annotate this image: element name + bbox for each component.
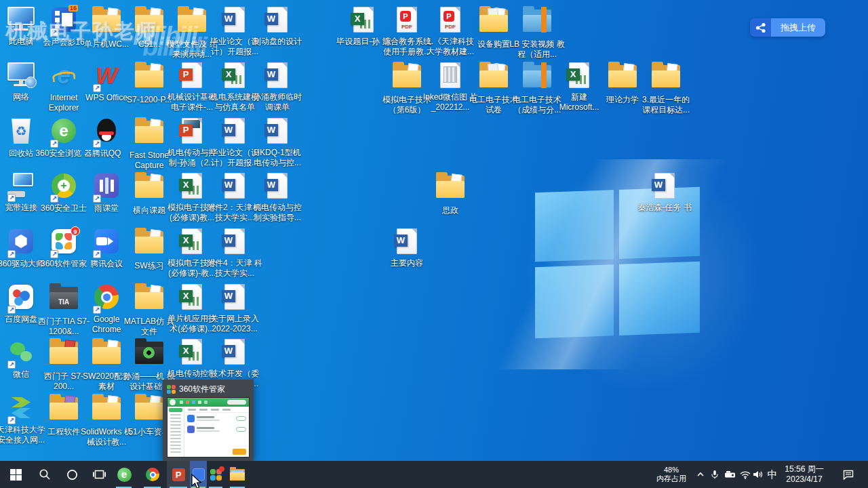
excel-icon: X xyxy=(176,284,208,312)
chrome-icon: ↗ xyxy=(91,285,122,313)
folder-icon xyxy=(91,9,122,38)
desktop-icon[interactable]: W关于网上录入 2022-2023... xyxy=(206,283,263,334)
ime-indicator[interactable]: 中 xyxy=(765,461,780,488)
clock[interactable]: 15:56 周一 2023/4/17 xyxy=(781,461,827,488)
drag-upload-button[interactable]: 拖拽上传 xyxy=(750,18,825,37)
taskbar-chrome[interactable] xyxy=(140,461,165,488)
memory-usage-widget[interactable]: 48% 内存占用 xyxy=(651,461,692,488)
ie-icon: e xyxy=(48,63,79,92)
excel-icon: X xyxy=(348,7,379,35)
clock-time: 15:56 周一 xyxy=(785,464,823,474)
desktop: 此电脑16↗会声会影16单片机WC...C51...模型文件及 结果演示动...… xyxy=(0,0,868,488)
action-center-button[interactable] xyxy=(838,461,859,488)
desktop-icon-label: 关于网上录入 2022-2023... xyxy=(206,314,263,334)
word-icon: W xyxy=(391,228,422,257)
task-view-button[interactable] xyxy=(85,461,113,488)
microphone-icon xyxy=(710,469,719,480)
easyconnect-icon: ↗ xyxy=(5,395,37,424)
purplefolder-icon xyxy=(48,397,79,426)
folder-icon xyxy=(91,342,122,370)
start-button[interactable] xyxy=(0,461,31,488)
windows-logo-tile xyxy=(535,264,614,338)
taskbar-360-software-manager[interactable] xyxy=(207,461,224,488)
desktop-icon[interactable]: W附件4：天津 科技大学实... xyxy=(206,227,263,279)
folder-icon xyxy=(134,176,165,204)
folder-icon xyxy=(134,231,165,260)
chevron-up-icon xyxy=(696,472,705,477)
pdf-icon: PPDF xyxy=(435,7,466,35)
docsfolder-icon xyxy=(478,9,509,38)
windows-logo-tile xyxy=(619,262,700,336)
folder-icon xyxy=(134,9,165,38)
docsfolder-icon xyxy=(478,65,509,94)
folder-icon xyxy=(134,397,165,426)
shortcut-arrow-icon: ↗ xyxy=(7,194,16,202)
shortcut-arrow-icon: ↗ xyxy=(93,306,101,314)
taskbar-hovered-app[interactable] xyxy=(190,461,207,488)
taskbar-360-browser[interactable]: e xyxy=(111,461,137,488)
tray-microphone[interactable] xyxy=(708,461,722,488)
powerpoint-icon: P xyxy=(172,468,185,481)
shortcut-arrow-icon: ↗ xyxy=(7,416,16,424)
tray-volume[interactable] xyxy=(750,461,766,488)
desktop-icon-label: 附件4：天津 科技大学实... xyxy=(206,258,263,279)
wifi-icon xyxy=(740,470,751,479)
excel-icon: X xyxy=(564,62,595,91)
word-icon: W xyxy=(262,62,293,91)
360-software-manager-icon xyxy=(210,469,222,481)
zipfolder-icon xyxy=(521,9,553,38)
desktop-icon[interactable]: W机电传动与控 制实验指导... xyxy=(249,171,306,223)
tray-overflow-chevron[interactable] xyxy=(693,461,708,488)
shortcut-arrow-icon: ↗ xyxy=(50,195,58,203)
desktop-icon[interactable]: 3.最近一年的 课程目标达... xyxy=(637,61,694,115)
desktop-icon[interactable]: W制动盘的设计 xyxy=(249,5,306,47)
folder-icon xyxy=(134,65,165,94)
desktop-icon-label: 3.最近一年的 课程目标达... xyxy=(637,95,694,115)
shortcut-arrow-icon: ↗ xyxy=(93,84,101,92)
safe360-icon: +↗ xyxy=(48,174,79,202)
tray-device[interactable] xyxy=(722,461,738,488)
folder-icon xyxy=(176,9,208,38)
desktop-icon[interactable]: LB 安装视频 教程（适用... xyxy=(509,5,566,60)
cortana-button[interactable] xyxy=(58,461,85,488)
desktop-icon[interactable]: W秦浩森-任务 书 xyxy=(636,171,693,213)
wechat-icon: ↗ xyxy=(5,340,37,368)
drive360-icon: ↗ xyxy=(5,229,37,258)
zipfolder-icon xyxy=(521,65,553,94)
preview-window-thumbnail[interactable] xyxy=(167,397,250,458)
desktop-icon[interactable]: 思政 xyxy=(422,171,479,216)
folder-icon xyxy=(435,176,466,204)
pptimg-icon: P xyxy=(176,118,208,146)
desktop-icon-label: HKDQ-1型机 电传动与控... xyxy=(249,148,306,168)
chrome-icon xyxy=(146,468,159,481)
taskbar-thumbnail-preview[interactable]: 360软件管家 xyxy=(163,380,254,461)
search-button[interactable] xyxy=(31,461,58,488)
folder-icon xyxy=(650,65,682,94)
memory-label: 内存占用 xyxy=(656,474,686,483)
shortcut-arrow-icon: ↗ xyxy=(93,140,101,148)
desktop-icon[interactable]: W主要内容 xyxy=(378,227,435,268)
shortcut-arrow-icon: ↗ xyxy=(93,250,101,258)
shortcut-arrow-icon: ↗ xyxy=(50,140,58,148)
shortcut-arrow-icon: ↗ xyxy=(7,306,16,314)
desktop-icon[interactable]: WHKDQ-1型机 电传动与控... xyxy=(249,117,306,168)
network-icon xyxy=(5,62,37,91)
yuketang-icon: ↗ xyxy=(91,174,122,202)
desktop-icon-label: 秦浩森-任务 书 xyxy=(636,203,693,213)
desktop-icon[interactable]: W孙涌教师临时 调课单 xyxy=(249,61,306,113)
taskbar-powerpoint[interactable]: P xyxy=(167,461,190,488)
cortana-icon xyxy=(66,469,78,481)
e360-icon: e↗ xyxy=(48,119,79,147)
device-icon xyxy=(724,470,736,479)
desktop-icon-label: 思政 xyxy=(422,205,479,216)
meeting-icon: ↗ xyxy=(91,229,122,258)
windows-logo-tile xyxy=(535,190,614,262)
desktop-icon-label: 机电传动与控 制实验指导... xyxy=(249,203,306,223)
drag-upload-label: 拖拽上传 xyxy=(771,18,825,37)
pdf-icon: PPDF xyxy=(391,7,422,35)
videostudio-icon: 16↗ xyxy=(48,7,79,36)
word-icon: W xyxy=(262,118,293,146)
taskbar-file-explorer[interactable] xyxy=(226,461,249,488)
shortcut-arrow-icon: ↗ xyxy=(7,250,16,258)
speaker-icon xyxy=(753,470,764,479)
